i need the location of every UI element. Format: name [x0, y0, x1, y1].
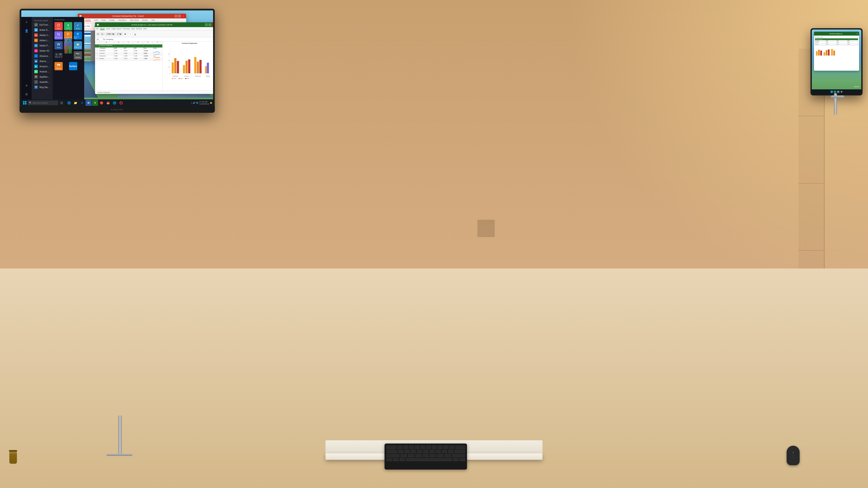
start-button[interactable] — [22, 100, 27, 105]
tile-edge[interactable]: e Microsoft Edge — [74, 31, 82, 39]
user-icon[interactable]: 👤 — [23, 27, 30, 34]
excel-undo-btn[interactable]: ↩ — [96, 32, 100, 36]
notification-icon[interactable]: 🔔 — [210, 102, 212, 104]
taskbar: 🔍 Type here to search ⬛ 🌐 📁 ✉ — [21, 99, 213, 106]
tile-office[interactable]: O Office — [55, 22, 63, 30]
tile-files[interactable]: 📁 Files & TV — [74, 41, 82, 50]
mail-icon: ✉ — [81, 101, 83, 104]
excel-app-icon: 📊 — [97, 24, 99, 26]
app-item-photoshop[interactable]: Ps Adobe Photoshop Express — [32, 43, 53, 48]
taskbar-search[interactable]: 🔍 Type here to search — [28, 100, 58, 105]
office-tile-label: Office — [57, 28, 61, 29]
ppt-tab-view[interactable]: View — [150, 19, 156, 21]
task-view-btn[interactable]: ⬛ — [59, 100, 65, 106]
excel-tab-home[interactable]: Home — [100, 28, 104, 30]
excel-size-selector[interactable]: 11 — [116, 32, 122, 36]
tile-camera[interactable]: 📷 Camera — [74, 51, 82, 59]
excel-tab-pagelayout[interactable]: Page Layout — [112, 28, 121, 30]
taskbar-excel-icon[interactable]: X — [92, 100, 98, 106]
app-item-audiowizard[interactable]: 🎵 AudioWizard — [32, 79, 53, 85]
audiowizard-icon: 🎵 — [34, 80, 38, 84]
tile-surface[interactable]: Surface — [69, 62, 77, 70]
taskbar-firefox-icon[interactable]: 🦊 — [105, 100, 111, 106]
taskbar-edge-icon[interactable]: 🌐 — [66, 100, 72, 106]
ppt-titlebar: 📊 European Backpacking Trip - Saved − □ … — [78, 14, 186, 19]
settings-icon[interactable]: ⚙ — [23, 82, 30, 89]
col-b: B — [114, 41, 124, 44]
svg-rect-8 — [183, 65, 185, 73]
tile-word[interactable]: W Word — [55, 41, 63, 50]
ppt-minimize-btn[interactable]: − — [175, 14, 178, 18]
excel-tab-view[interactable]: View — [143, 28, 147, 30]
adobe-cc-icon: Cc — [34, 33, 38, 37]
tiles-grid-1: O Office X Excel ✓ To Do N — [55, 22, 83, 39]
col-a: A — [99, 41, 114, 44]
excel-tab-formulas[interactable]: Formulas — [123, 28, 130, 30]
cell-a1[interactable]: Contoso Expenses — [99, 44, 115, 47]
taskbar-word-icon[interactable]: W — [86, 100, 92, 106]
excel-data-rows: 1 Contoso Expenses 2 C — [95, 44, 162, 91]
excel-underline-btn[interactable]: U — [133, 32, 137, 36]
start-menu[interactable]: ≡ 👤 ⚙ ⏻ Recently added 🔊 EarTrumpet 🖥 — [21, 17, 84, 99]
camera-tile-icon: 📷 — [76, 52, 80, 56]
hamburger-icon[interactable]: ≡ — [23, 19, 30, 26]
clock-icon: ⏰ — [34, 59, 38, 63]
excel-window[interactable]: 📊 Monthly Budget.xls - Last Saved 11/15/… — [95, 22, 213, 94]
tile-explore[interactable]: 🗺 Explore — [55, 62, 63, 70]
app-item-eartrumpet[interactable]: 🔊 EarTrumpet — [32, 22, 53, 27]
taskbar-circle-icon[interactable]: ⭕ — [118, 100, 124, 106]
ppt-window-controls: − □ ✕ — [175, 14, 184, 18]
excel-tab-file[interactable]: File — [96, 28, 99, 30]
ppt-tab-transitions[interactable]: Transitions — [117, 19, 127, 21]
excel-header-row: 1 Contoso Expenses — [95, 44, 162, 47]
excel-italic-btn[interactable]: I — [128, 32, 132, 36]
tile-tv-camera[interactable]: 📺 📷 Films & TV — [55, 51, 63, 59]
taskbar-mail-icon[interactable]: ✉ — [79, 100, 85, 106]
app-item-amazon[interactable]: ▶ Amazon Prime Video for Windows — [32, 64, 53, 69]
ppt-tab-review[interactable]: Review — [141, 19, 149, 21]
row-num-6: 6 — [95, 58, 99, 61]
app-item-android-studio[interactable]: AS Android Studio — [32, 69, 53, 74]
excel-sheet-tab-1[interactable]: Contoso Expenses — [96, 92, 112, 93]
app-item-adobe-xd[interactable]: Xd Adobe XD — [32, 48, 53, 53]
tile-excel[interactable]: X Excel — [64, 22, 72, 30]
app-item-active-desktop[interactable]: 🖥 Active Desktop Plus — [32, 27, 53, 33]
excel-tab-insert[interactable]: Insert — [106, 28, 110, 30]
excel-close-btn[interactable]: ✕ — [212, 23, 213, 26]
excel-bold-btn[interactable]: B — [123, 32, 127, 36]
tile-photos[interactable] — [64, 41, 72, 50]
ppt-tab-insert[interactable]: Insert — [93, 19, 99, 21]
taskbar-explorer-icon[interactable]: 📁 — [72, 100, 79, 106]
onenote-tile-label: OneNote for... — [55, 37, 62, 38]
excel-redo-btn[interactable]: ↪ — [100, 32, 104, 36]
ppt-close-btn[interactable]: ✕ — [181, 14, 184, 18]
tile-onenote[interactable]: N OneNote for... — [55, 31, 63, 39]
excel-grid-area: A B C D E F 1 — [95, 41, 162, 91]
power-icon[interactable]: ⏻ — [23, 91, 30, 98]
app-item-bing-wallpaper[interactable]: 🌄 Bing Wallpaper — [32, 85, 53, 90]
app-item-clock[interactable]: ⏰ Alarms & Clock — [32, 59, 53, 64]
ppt-maximize-btn[interactable]: □ — [178, 14, 181, 18]
photos-thumb-1 — [64, 38, 68, 45]
trend-spark-4 — [153, 59, 160, 61]
excel-maximize-btn[interactable]: □ — [208, 23, 211, 26]
tile-todo[interactable]: ✓ To Do — [74, 22, 82, 30]
svg-rect-24 — [172, 78, 174, 79]
excel-tab-data[interactable]: Data — [131, 28, 135, 30]
col-c: C — [124, 41, 133, 44]
taskbar-red-icon[interactable]: 🔴 — [98, 100, 104, 106]
app-item-recovery[interactable]: ↩ Advanced Recovery Companion — [32, 53, 53, 59]
excel-row-3: 3 Fabrikam 3,543 5,012 3,990 12,545 — [95, 50, 162, 53]
app-item-adobe-cc[interactable]: Cc Adobe Creative Cloud — [32, 33, 53, 38]
app-item-lightroom[interactable]: Lr Adobe Lightroom — [32, 38, 53, 43]
excel-tab-review[interactable]: Review — [136, 28, 142, 30]
svg-text:6K: 6K — [168, 53, 170, 55]
ppt-tab-slideshow[interactable]: Slide Show — [129, 19, 140, 21]
ppt-tab-home[interactable]: Home — [85, 19, 91, 21]
ppt-tab-draw[interactable]: Draw — [101, 19, 106, 21]
taskbar-chrome-icon[interactable]: 🌐 — [112, 100, 118, 106]
excel-minimize-btn[interactable]: − — [205, 23, 208, 26]
ppt-tab-design[interactable]: Design — [108, 19, 116, 21]
app-item-appmanager[interactable]: 📦 AppManager — [32, 74, 53, 79]
excel-font-selector[interactable]: Calibri — [105, 32, 115, 36]
